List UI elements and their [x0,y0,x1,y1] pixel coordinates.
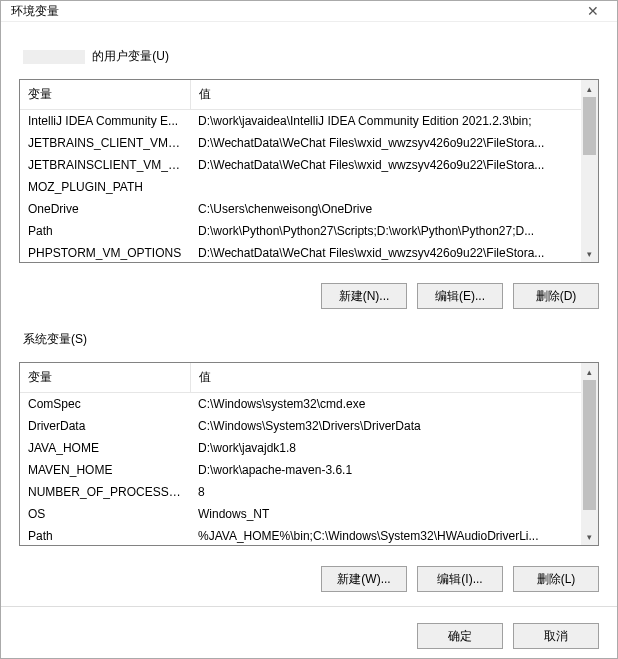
scroll-down-icon[interactable]: ▾ [581,528,598,545]
table-row[interactable]: OSWindows_NT [20,503,581,525]
sys-delete-button[interactable]: 删除(L) [513,566,599,592]
user-vars-table[interactable]: 变量 值 IntelliJ IDEA Community E...D:\work… [19,79,599,263]
var-name-cell: MAVEN_HOME [20,459,190,481]
var-value-cell: C:\Windows\system32\cmd.exe [190,393,581,416]
sys-new-button[interactable]: 新建(W)... [321,566,407,592]
var-value-cell: D:\work\javaidea\IntelliJ IDEA Community… [190,110,581,133]
table-row[interactable]: Path%JAVA_HOME%\bin;C:\Windows\System32\… [20,525,581,545]
table-row[interactable]: IntelliJ IDEA Community E...D:\work\java… [20,110,581,133]
var-value-cell: D:\WechatData\WeChat Files\wxid_wwzsyv42… [190,242,581,262]
table-row[interactable]: DriverDataC:\Windows\System32\Drivers\Dr… [20,415,581,437]
user-new-button[interactable]: 新建(N)... [321,283,407,309]
table-row[interactable]: NUMBER_OF_PROCESSORS8 [20,481,581,503]
var-name-cell: JETBRAINSCLIENT_VM_O... [20,154,190,176]
sys-col-value[interactable]: 值 [190,363,581,393]
scroll-up-icon[interactable]: ▴ [581,80,598,97]
var-name-cell: DriverData [20,415,190,437]
var-name-cell: OneDrive [20,198,190,220]
table-row[interactable]: JETBRAINS_CLIENT_VM_O...D:\WechatData\We… [20,132,581,154]
var-name-cell: IntelliJ IDEA Community E... [20,110,190,133]
ok-button[interactable]: 确定 [417,623,503,649]
var-name-cell: NUMBER_OF_PROCESSORS [20,481,190,503]
var-value-cell [190,176,581,198]
table-row[interactable]: PHPSTORM_VM_OPTIONSD:\WechatData\WeChat … [20,242,581,262]
user-edit-button[interactable]: 编辑(E)... [417,283,503,309]
env-vars-dialog: 环境变量 ✕ 的用户变量(U) 变量 值 IntelliJ IDEA Commu… [0,0,618,659]
close-icon[interactable]: ✕ [579,1,607,21]
user-col-value[interactable]: 值 [190,80,581,110]
user-delete-button[interactable]: 删除(D) [513,283,599,309]
title-bar: 环境变量 ✕ [1,1,617,22]
table-row[interactable]: PathD:\work\Python\Python27\Scripts;D:\w… [20,220,581,242]
scroll-down-icon[interactable]: ▾ [581,245,598,262]
user-vars-buttons: 新建(N)... 编辑(E)... 删除(D) [19,283,599,309]
table-row[interactable]: MOZ_PLUGIN_PATH [20,176,581,198]
scroll-thumb[interactable] [583,380,596,510]
sys-edit-button[interactable]: 编辑(I)... [417,566,503,592]
table-row[interactable]: JETBRAINSCLIENT_VM_O...D:\WechatData\WeC… [20,154,581,176]
cancel-button[interactable]: 取消 [513,623,599,649]
scroll-up-icon[interactable]: ▴ [581,363,598,380]
var-name-cell: JAVA_HOME [20,437,190,459]
var-value-cell: D:\work\Python\Python27\Scripts;D:\work\… [190,220,581,242]
user-vars-label: 的用户变量(U) [23,48,599,65]
var-value-cell: D:\work\apache-maven-3.6.1 [190,459,581,481]
var-name-cell: JETBRAINS_CLIENT_VM_O... [20,132,190,154]
var-value-cell: D:\WechatData\WeChat Files\wxid_wwzsyv42… [190,154,581,176]
table-row[interactable]: OneDriveC:\Users\chenweisong\OneDrive [20,198,581,220]
var-value-cell: D:\WechatData\WeChat Files\wxid_wwzsyv42… [190,132,581,154]
var-value-cell: C:\Windows\System32\Drivers\DriverData [190,415,581,437]
var-value-cell: Windows_NT [190,503,581,525]
table-row[interactable]: ComSpecC:\Windows\system32\cmd.exe [20,393,581,416]
table-row[interactable]: MAVEN_HOMED:\work\apache-maven-3.6.1 [20,459,581,481]
sys-vars-table[interactable]: 变量 值 ComSpecC:\Windows\system32\cmd.exeD… [19,362,599,546]
sys-scrollbar[interactable]: ▴ ▾ [581,363,598,545]
var-name-cell: MOZ_PLUGIN_PATH [20,176,190,198]
dialog-footer: 确定 取消 [1,606,617,659]
var-name-cell: ComSpec [20,393,190,416]
sys-vars-buttons: 新建(W)... 编辑(I)... 删除(L) [19,566,599,592]
var-value-cell: %JAVA_HOME%\bin;C:\Windows\System32\HWAu… [190,525,581,545]
var-name-cell: Path [20,220,190,242]
scroll-thumb[interactable] [583,97,596,155]
sys-col-name[interactable]: 变量 [20,363,190,393]
dialog-body: 的用户变量(U) 变量 值 IntelliJ IDEA Community E.… [1,22,617,606]
var-value-cell: D:\work\javajdk1.8 [190,437,581,459]
table-row[interactable]: JAVA_HOMED:\work\javajdk1.8 [20,437,581,459]
redacted-username [23,50,85,64]
var-name-cell: PHPSTORM_VM_OPTIONS [20,242,190,262]
var-name-cell: OS [20,503,190,525]
user-scrollbar[interactable]: ▴ ▾ [581,80,598,262]
var-value-cell: 8 [190,481,581,503]
sys-vars-label: 系统变量(S) [23,331,599,348]
var-name-cell: Path [20,525,190,545]
user-col-name[interactable]: 变量 [20,80,190,110]
var-value-cell: C:\Users\chenweisong\OneDrive [190,198,581,220]
window-title: 环境变量 [11,3,59,20]
